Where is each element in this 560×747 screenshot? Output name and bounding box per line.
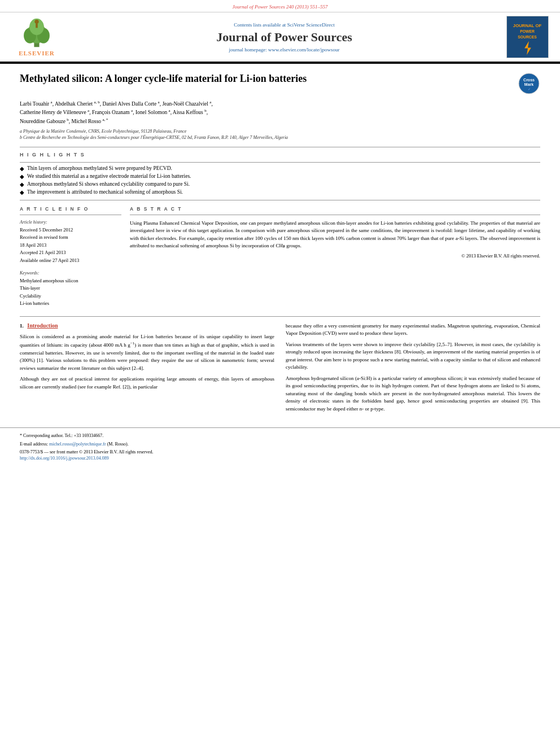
- svg-rect-6: [36, 24, 38, 28]
- journal-logo: JOURNAL OF POWER SOURCES: [506, 16, 549, 58]
- keyword-4: Li-ion batteries: [20, 300, 121, 308]
- bullet-4: ◆: [20, 189, 24, 195]
- sciverse-link-text[interactable]: SciVerse ScienceDirect: [287, 22, 335, 28]
- article-title-row: Methylated silicon: A longer cycle-life …: [20, 72, 540, 95]
- accepted-date: Accepted 21 April 2013: [20, 249, 121, 257]
- article-info-label: A R T I C L E I N F O: [20, 206, 121, 212]
- svg-point-5: [34, 20, 38, 24]
- issn-line: 0378-7753/$ — see front matter © 2013 El…: [20, 449, 540, 455]
- elsevier-brand: ELSEVIER: [19, 50, 55, 56]
- intro-heading-row: 1. Introduction: [20, 322, 274, 329]
- highlight-text-4: The improvement is attributed to mechani…: [27, 189, 183, 195]
- doi-line[interactable]: http://dx.doi.org/10.1016/j.jpowsour.201…: [20, 456, 540, 461]
- body-left-column: 1. Introduction Silicon is considered as…: [20, 322, 274, 417]
- received-date: Received 5 December 2012: [20, 226, 121, 234]
- section-title: Introduction: [27, 322, 58, 329]
- highlight-item-3: ◆ Amorphous methylated Si shows enhanced…: [20, 181, 540, 187]
- history-dates: Received 5 December 2012 Received in rev…: [20, 226, 121, 265]
- header-center: Contents lists available at SciVerse Sci…: [62, 22, 506, 53]
- two-column-layout: A R T I C L E I N F O Article history: R…: [20, 206, 540, 308]
- issn-text: 0378-7753/$ — see front matter © 2013 El…: [20, 449, 154, 455]
- crossmark-icon: Cross Mark ✓: [518, 72, 540, 95]
- email-address[interactable]: michel.rosso@polytechnique.fr: [49, 442, 106, 447]
- keyword-3: Cyclability: [20, 292, 121, 300]
- highlight-item-4: ◆ The improvement is attributed to mecha…: [20, 189, 540, 195]
- highlight-item-2: ◆ We studied this material as a negative…: [20, 173, 540, 180]
- intro-para-2: Although they are not of practical inter…: [20, 375, 274, 391]
- svg-text:Mark: Mark: [524, 82, 533, 86]
- abstract-column: A B S T R A C T Using Plasma Enhanced Ch…: [130, 206, 540, 308]
- article-info-column: A R T I C L E I N F O Article history: R…: [20, 206, 121, 308]
- highlight-text-3: Amorphous methylated Si shows enhanced c…: [27, 181, 190, 187]
- abstract-paragraph: Using Plasma Enhanced Chemical Vapor Dep…: [130, 220, 540, 250]
- affiliation-a: a Physique de la Matière Condensée, CNRS…: [20, 128, 540, 134]
- keywords-list: Methylated amorphous silicon Thin-layer …: [20, 277, 121, 308]
- bullet-2: ◆: [20, 173, 24, 180]
- journal-header: Journal of Power Sources 240 (2013) 551–…: [0, 0, 560, 12]
- footer: * Corresponding author. Tel.: +33 169334…: [0, 427, 560, 465]
- svg-text:Cross: Cross: [523, 78, 535, 82]
- highlights-label: H I G H L I G H T S: [20, 152, 540, 158]
- intro-para-4: Various treatments of the layers were sh…: [286, 341, 540, 372]
- article-info-rule: [20, 215, 121, 215]
- header-content: ELSEVIER Contents lists available at Sci…: [0, 12, 560, 63]
- svg-text:SOURCES: SOURCES: [518, 35, 537, 39]
- authors: Larbi Touahir a, Abdelhak Cheriet a, b, …: [20, 99, 540, 125]
- keyword-2: Thin-layer: [20, 285, 121, 292]
- copyright: © 2013 Elsevier B.V. All rights reserved…: [130, 253, 540, 259]
- journal-title: Journal of Power Sources: [68, 30, 501, 45]
- article-content: Methylated silicon: A longer cycle-life …: [0, 64, 560, 316]
- body-right-column: because they offer a very convenient geo…: [286, 322, 540, 417]
- journal-logo-icon: JOURNAL OF POWER SOURCES: [507, 16, 548, 58]
- homepage-url[interactable]: www.elsevier.com/locate/jpowsour: [268, 47, 339, 53]
- homepage-prefix: journal homepage:: [229, 47, 267, 53]
- highlights-rule-top: [20, 147, 540, 147]
- article-title: Methylated silicon: A longer cycle-life …: [20, 72, 512, 85]
- affiliation-b: b Centre de Recherche en Technologie des…: [20, 134, 540, 141]
- intro-para-1: Silicon is considered as a promising ano…: [20, 333, 274, 373]
- bullet-3: ◆: [20, 181, 24, 187]
- bullet-1: ◆: [20, 165, 24, 172]
- doi-url[interactable]: http://dx.doi.org/10.1016/j.jpowsour.201…: [20, 456, 109, 461]
- highlight-text-1: Thin layers of amorphous methylated Si w…: [27, 165, 172, 171]
- body-content: 1. Introduction Silicon is considered as…: [0, 317, 560, 422]
- article-info-rule: [20, 200, 540, 200]
- abstract-rule: [130, 215, 540, 215]
- history-label: Article history:: [20, 220, 121, 225]
- intro-para-5: Amorphous hydrogenated silicon (a-Si:H) …: [286, 375, 540, 413]
- keyword-1: Methylated amorphous silicon: [20, 277, 121, 285]
- corresponding-prefix: * Corresponding author. Tel.: +33 169334…: [20, 433, 103, 438]
- intro-para-3: because they offer a very convenient geo…: [286, 322, 540, 338]
- keywords-label: Keywords:: [20, 270, 121, 276]
- elsevier-logo: ELSEVIER: [11, 18, 62, 56]
- sciverse-prefix: Contents lists available at: [234, 22, 286, 28]
- received-revised-date: 18 April 2013: [20, 242, 121, 250]
- svg-text:JOURNAL OF: JOURNAL OF: [513, 23, 542, 28]
- email-line: E-mail address: michel.rosso@polytechniq…: [20, 441, 540, 448]
- page: Journal of Power Sources 240 (2013) 551–…: [0, 0, 560, 747]
- svg-text:✓: ✓: [528, 88, 531, 91]
- affiliations: a Physique de la Matière Condensée, CNRS…: [20, 128, 540, 141]
- email-person: (M. Rosso).: [107, 442, 129, 447]
- svg-text:POWER: POWER: [520, 29, 535, 33]
- elsevier-tree-icon: [17, 18, 56, 49]
- sciverse-line: Contents lists available at SciVerse Sci…: [68, 22, 501, 28]
- journal-ref: Journal of Power Sources 240 (2013) 551–…: [232, 4, 327, 10]
- highlight-text-2: We studied this material as a negative e…: [27, 173, 191, 179]
- abstract-text: Using Plasma Enhanced Chemical Vapor Dep…: [130, 220, 540, 250]
- received-revised-label: Received in revised form: [20, 234, 121, 242]
- abstract-label: A B S T R A C T: [130, 206, 540, 212]
- highlights-section: H I G H L I G H T S ◆ Thin layers of amo…: [20, 152, 540, 195]
- email-label: E-mail address:: [20, 442, 48, 447]
- homepage-line: journal homepage: www.elsevier.com/locat…: [68, 47, 501, 53]
- crossmark-badge: Cross Mark ✓: [518, 72, 540, 95]
- highlight-item-1: ◆ Thin layers of amorphous methylated Si…: [20, 165, 540, 172]
- available-date: Available online 27 April 2013: [20, 257, 121, 265]
- corresponding-author: * Corresponding author. Tel.: +33 169334…: [20, 433, 540, 439]
- section-number: 1.: [20, 323, 24, 329]
- highlights-rule-under-label: [20, 162, 540, 163]
